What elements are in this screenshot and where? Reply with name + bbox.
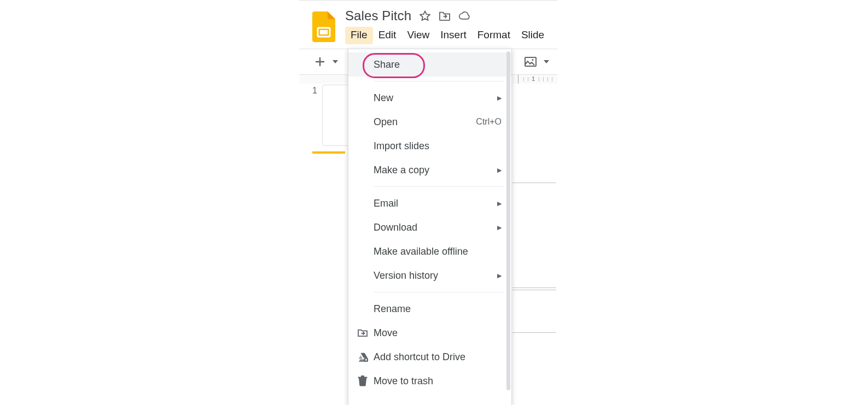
menu-item-version-history[interactable]: Version history ▶ xyxy=(348,263,511,287)
menu-item-make-available-offline[interactable]: Make available offline xyxy=(348,239,511,263)
insert-image-dropdown-icon[interactable] xyxy=(542,60,551,63)
menu-edit[interactable]: Edit xyxy=(373,27,402,44)
menu-slide[interactable]: Slide xyxy=(516,27,550,44)
menu-item-import-slides[interactable]: Import slides xyxy=(348,134,511,158)
menu-item-move[interactable]: Move xyxy=(348,321,511,345)
svg-rect-6 xyxy=(361,375,364,377)
new-slide-dropdown-icon[interactable] xyxy=(331,60,340,63)
submenu-arrow-icon: ▶ xyxy=(497,200,502,207)
doc-title[interactable]: Sales Pitch xyxy=(345,8,411,24)
app-frame: Sales Pitch xyxy=(299,0,557,405)
separator xyxy=(374,292,504,292)
new-slide-button[interactable] xyxy=(312,54,328,69)
trash-icon xyxy=(356,375,369,386)
header: Sales Pitch xyxy=(299,1,557,49)
menu-item-open[interactable]: Open Ctrl+O xyxy=(348,110,511,134)
menu-view[interactable]: View xyxy=(401,27,435,44)
separator xyxy=(374,186,504,187)
menu-item-email[interactable]: Email ▶ xyxy=(348,191,511,215)
menu-file[interactable]: File xyxy=(345,27,373,44)
dropdown-scrollbar[interactable] xyxy=(506,51,510,390)
insert-image-button[interactable] xyxy=(525,57,537,67)
svg-point-3 xyxy=(532,59,533,61)
menu-item-new[interactable]: New ▶ xyxy=(348,86,511,110)
thumbnail-index: 1 xyxy=(312,85,322,146)
separator xyxy=(374,81,504,81)
cloud-status-icon[interactable] xyxy=(458,10,470,22)
menu-format[interactable]: Format xyxy=(472,27,516,44)
menu-item-add-shortcut[interactable]: Add shortcut to Drive xyxy=(348,345,511,369)
menubar: File Edit View Insert Format Slide xyxy=(345,27,550,44)
star-icon[interactable] xyxy=(419,10,431,22)
title-row: Sales Pitch xyxy=(345,8,550,24)
submenu-arrow-icon: ▶ xyxy=(497,95,502,102)
menu-item-move-to-trash[interactable]: Move to trash xyxy=(348,369,511,393)
canvas-edge xyxy=(512,85,556,337)
slides-app-icon[interactable] xyxy=(312,11,335,42)
submenu-arrow-icon: ▶ xyxy=(497,224,502,231)
menu-item-make-a-copy[interactable]: Make a copy ▶ xyxy=(348,158,511,182)
menu-item-share[interactable]: Share xyxy=(348,52,511,77)
selected-slide-underline xyxy=(312,151,345,154)
shortcut-label: Ctrl+O xyxy=(476,117,502,127)
svg-rect-1 xyxy=(320,30,328,34)
ruler-tick-1: 1 xyxy=(532,75,535,82)
title-area: Sales Pitch xyxy=(345,5,550,49)
drive-shortcut-icon xyxy=(356,352,369,362)
file-dropdown: Share New ▶ Open Ctrl+O Import slides Ma… xyxy=(348,49,512,405)
folder-move-icon xyxy=(356,328,369,337)
submenu-arrow-icon: ▶ xyxy=(497,272,502,279)
menu-insert[interactable]: Insert xyxy=(435,27,472,44)
menu-item-download[interactable]: Download ▶ xyxy=(348,215,511,239)
move-to-folder-icon[interactable] xyxy=(439,10,451,22)
submenu-arrow-icon: ▶ xyxy=(497,167,502,174)
menu-item-rename[interactable]: Rename xyxy=(348,297,511,321)
